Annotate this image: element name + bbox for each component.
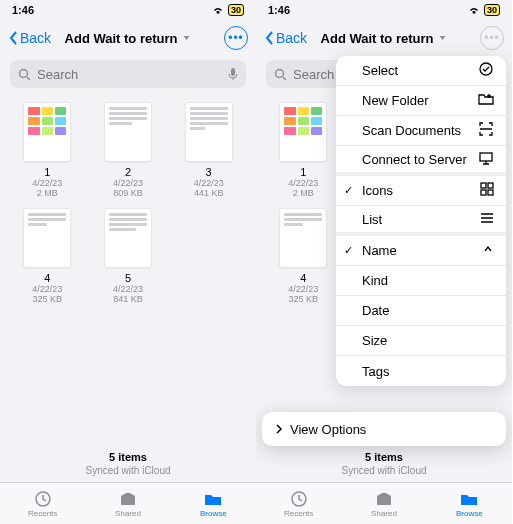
check-icon: ✓ [344, 184, 353, 197]
tab-recents[interactable]: Recents [0, 483, 85, 524]
file-date: 4/22/23 [288, 284, 318, 294]
menu-scan-documents[interactable]: Scan Documents [336, 116, 506, 146]
back-button[interactable]: Back [8, 30, 51, 46]
file-date: 4/22/23 [288, 178, 318, 188]
search-icon [274, 68, 287, 81]
menu-sort-name[interactable]: ✓Name [336, 236, 506, 266]
server-icon [478, 151, 494, 165]
svg-rect-9 [481, 183, 486, 188]
thumbnail [279, 102, 327, 162]
menu-sort-kind[interactable]: Kind [336, 266, 506, 296]
file-size: 2 MB [293, 188, 314, 198]
file-date: 4/22/23 [113, 284, 143, 294]
file-date: 4/22/23 [194, 178, 224, 188]
svg-rect-8 [480, 153, 492, 161]
search-input[interactable] [37, 67, 222, 82]
search-icon [18, 68, 31, 81]
thumbnail [104, 102, 152, 162]
scan-icon [478, 121, 494, 137]
menu-new-folder[interactable]: New Folder [336, 86, 506, 116]
page-title[interactable]: Add Wait to return [65, 31, 192, 46]
menu-icons-view[interactable]: ✓Icons [336, 176, 506, 206]
chevron-right-icon [274, 423, 284, 435]
svg-rect-1 [231, 68, 235, 76]
search-bar[interactable] [10, 60, 246, 88]
svg-rect-11 [481, 190, 486, 195]
svg-point-7 [480, 63, 492, 75]
menu-sort-tags[interactable]: Tags [336, 356, 506, 386]
tab-browse[interactable]: Browse [427, 483, 512, 524]
mic-icon[interactable] [228, 67, 238, 81]
file-item[interactable]: 4 4/22/23 325 KB [266, 208, 341, 304]
tab-browse[interactable]: Browse [171, 483, 256, 524]
check-icon: ✓ [344, 244, 353, 257]
file-date: 4/22/23 [32, 284, 62, 294]
file-name: 4 [300, 272, 306, 284]
time: 1:46 [12, 4, 34, 16]
folder-plus-icon [478, 92, 494, 106]
sync-status: Synced with iCloud [0, 465, 256, 476]
file-date: 4/22/23 [32, 178, 62, 188]
tab-shared[interactable]: Shared [85, 483, 170, 524]
chevron-up-icon [482, 243, 494, 255]
file-name: 1 [300, 166, 306, 178]
menu-sort-size[interactable]: Size [336, 326, 506, 356]
file-item[interactable]: 2 4/22/23 809 KB [91, 102, 166, 198]
file-size: 325 KB [33, 294, 63, 304]
page-title[interactable]: Add Wait to return [321, 31, 448, 46]
svg-point-0 [20, 69, 28, 77]
file-name: 2 [125, 166, 131, 178]
file-item[interactable]: 1 4/22/23 2 MB [266, 102, 341, 198]
tab-recents[interactable]: Recents [256, 483, 341, 524]
nav-bar: Back Add Wait to return ••• [256, 20, 512, 56]
file-item[interactable]: 3 4/22/23 441 KB [171, 102, 246, 198]
status-bar: 1:46 30 [0, 0, 256, 20]
grid-icon [480, 182, 494, 196]
svg-rect-6 [377, 496, 391, 505]
file-date: 4/22/23 [113, 178, 143, 188]
file-name: 5 [125, 272, 131, 284]
thumbnail [23, 208, 71, 268]
list-icon [480, 212, 494, 224]
tab-shared[interactable]: Shared [341, 483, 426, 524]
nav-bar: Back Add Wait to return ••• [0, 20, 256, 56]
file-item[interactable]: 1 4/22/23 2 MB [10, 102, 85, 198]
file-size: 441 KB [194, 188, 224, 198]
footer-info: 5 items Synced with iCloud [256, 445, 512, 482]
thumbnail [279, 208, 327, 268]
sync-status: Synced with iCloud [256, 465, 512, 476]
more-button[interactable]: ••• [480, 26, 504, 50]
svg-rect-10 [488, 183, 493, 188]
select-icon [478, 61, 494, 77]
svg-point-4 [276, 69, 284, 77]
file-size: 841 KB [113, 294, 143, 304]
thumbnail [23, 102, 71, 162]
file-name: 3 [206, 166, 212, 178]
file-size: 325 KB [289, 294, 319, 304]
file-name: 1 [44, 166, 50, 178]
file-item[interactable]: 4 4/22/23 325 KB [10, 208, 85, 304]
wifi-icon [212, 5, 224, 15]
svg-rect-12 [488, 190, 493, 195]
wifi-icon [468, 5, 480, 15]
menu-sort-date[interactable]: Date [336, 296, 506, 326]
battery-icon: 30 [228, 4, 244, 16]
tab-bar: Recents Shared Browse [0, 482, 256, 524]
menu-view-options[interactable]: View Options [262, 412, 506, 446]
thumbnail [185, 102, 233, 162]
ellipsis-icon: ••• [228, 32, 244, 44]
svg-rect-3 [121, 496, 135, 505]
menu-connect-server[interactable]: Connect to Server [336, 146, 506, 176]
file-size: 809 KB [113, 188, 143, 198]
context-menu: Select New Folder Scan Documents Connect… [336, 56, 506, 386]
file-item[interactable]: 5 4/22/23 841 KB [91, 208, 166, 304]
back-button[interactable]: Back [264, 30, 307, 46]
ellipsis-icon: ••• [484, 32, 500, 44]
menu-list-view[interactable]: List [336, 206, 506, 236]
more-button[interactable]: ••• [224, 26, 248, 50]
menu-select[interactable]: Select [336, 56, 506, 86]
chevron-down-icon [437, 33, 447, 43]
file-grid: 1 4/22/23 2 MB 2 4/22/23 809 KB 3 4/22/2… [0, 96, 256, 445]
thumbnail [104, 208, 152, 268]
tab-bar: Recents Shared Browse [256, 482, 512, 524]
